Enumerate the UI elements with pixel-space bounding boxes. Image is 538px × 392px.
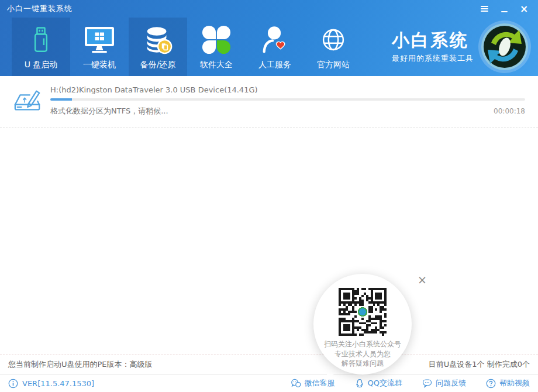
tab-label: 一键装机: [83, 60, 116, 70]
tab-label: 官方网站: [317, 60, 350, 70]
progress-bar: [50, 98, 525, 101]
sync-arrows-logo-icon: [477, 19, 532, 74]
popup-bubble: 扫码关注小白系统公众号 专业技术人员为您 解答疑难问题: [313, 274, 412, 374]
app-window: 小白一键重装系统 × U 盘启动: [0, 0, 538, 392]
main-nav: U 盘启动 一键装机: [0, 18, 538, 76]
elapsed-time: 00:00:18: [494, 107, 525, 115]
usb-drive-icon: [27, 23, 54, 56]
tab-website[interactable]: 官方网站: [304, 18, 363, 76]
popup-line: 解答疑难问题: [324, 359, 401, 369]
brand-title: 小白系统: [392, 30, 474, 51]
qr-code: [339, 288, 387, 336]
wechat-icon: [291, 379, 301, 388]
tab-label: 软件大全: [200, 60, 233, 70]
progress-body: H:(hd2)Kingston DataTraveler 3.0 USB Dev…: [50, 85, 525, 128]
progress-status: 格式化数据分区为NTFS，请稍候...: [50, 106, 168, 116]
progress-section: H:(hd2)Kingston DataTraveler 3.0 USB Dev…: [0, 76, 538, 128]
usb-count-text: 目前U盘设备1个 制作完成0个: [429, 359, 530, 370]
tab-backup-restore[interactable]: 备份/还原: [129, 18, 187, 76]
monitor-icon: [83, 23, 116, 56]
tab-software[interactable]: 软件大全: [187, 18, 246, 76]
header: 小白一键重装系统 × U 盘启动: [0, 0, 538, 76]
brand-tagline: 最好用的系统重装工具: [392, 53, 474, 64]
popup-line: 扫码关注小白系统公众号: [324, 339, 401, 349]
clover-icon: [202, 23, 231, 56]
tab-label: 人工服务: [258, 60, 291, 70]
tab-one-key-install[interactable]: 一键装机: [70, 18, 129, 76]
brand: 小白系统 最好用的系统重装工具: [392, 18, 538, 76]
status-bar: 您当前制作启动U盘使用的PE版本：高级版 目前U盘设备1个 制作完成0个: [0, 355, 538, 374]
minimize-icon[interactable]: [499, 4, 509, 13]
popup-text: 扫码关注小白系统公众号 专业技术人员为您 解答疑难问题: [324, 339, 401, 369]
database-icon: [142, 23, 174, 56]
close-icon[interactable]: ×: [519, 4, 529, 13]
tab-label: 备份/还原: [140, 60, 176, 70]
window-controls: ×: [480, 4, 531, 13]
device-name: H:(hd2)Kingston DataTraveler 3.0 USB Dev…: [50, 85, 525, 94]
tab-label: U 盘启动: [25, 60, 58, 70]
version-text: VER[11.5.47.1530]: [22, 379, 94, 388]
info-icon: [8, 379, 18, 388]
person-heart-icon: [259, 23, 291, 56]
pe-version-text: 您当前制作启动U盘使用的PE版本：高级版: [8, 359, 153, 370]
titlebar: 小白一键重装系统 ×: [0, 0, 538, 18]
tab-support[interactable]: 人工服务: [246, 18, 304, 76]
link-label: 帮助视频: [499, 378, 530, 388]
link-help[interactable]: 帮助视频: [486, 378, 530, 388]
drive-write-icon: [13, 87, 42, 128]
footer: VER[11.5.47.1530] 微信客服: [0, 374, 538, 392]
menu-icon[interactable]: [480, 4, 489, 13]
popup-close-icon[interactable]: ×: [416, 274, 428, 286]
link-label: 问题反馈: [436, 378, 466, 388]
brand-text: 小白系统 最好用的系统重装工具: [392, 30, 474, 64]
popup-line: 专业技术人员为您: [324, 349, 401, 359]
globe-icon: [318, 23, 349, 56]
version-info[interactable]: VER[11.5.47.1530]: [8, 379, 94, 388]
help-icon: [486, 379, 496, 388]
progress-fill: [50, 98, 72, 101]
app-title: 小白一键重装系统: [7, 4, 73, 14]
content-area: [0, 128, 538, 355]
tab-usb-boot[interactable]: U 盘启动: [12, 18, 70, 76]
qr-popup: 扫码关注小白系统公众号 专业技术人员为您 解答疑难问题 ×: [313, 273, 436, 390]
